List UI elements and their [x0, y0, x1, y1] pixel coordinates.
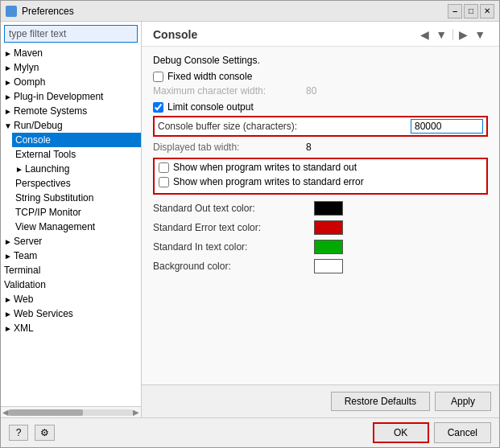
panel-title: Console — [153, 28, 197, 41]
fixed-width-row: Fixed width console — [153, 71, 488, 82]
main-content-area: ►Maven ►Mylyn ►Oomph ►Plug-in Developmen… — [1, 22, 499, 417]
std-in-color-label: Standard In text color: — [153, 241, 314, 253]
bg-color-label: Background color: — [153, 261, 314, 272]
apply-button[interactable]: Apply — [435, 392, 491, 411]
sidebar-item-team[interactable]: ►Team — [1, 249, 141, 263]
bg-color-box[interactable] — [314, 259, 343, 273]
sidebar-item-console[interactable]: Console — [12, 133, 141, 147]
title-bar-left: Preferences — [6, 6, 74, 17]
minimize-button[interactable]: ‒ — [448, 4, 462, 18]
std-out-color-row: Standard Out text color: — [153, 201, 488, 216]
fixed-width-checkbox[interactable] — [153, 72, 163, 82]
sidebar-item-validation[interactable]: Validation — [1, 277, 141, 292]
filter-input[interactable] — [4, 25, 138, 43]
sidebar-item-mylyn[interactable]: ►Mylyn — [1, 60, 141, 75]
sidebar-item-terminal[interactable]: Terminal — [1, 263, 141, 277]
restore-defaults-button[interactable]: Restore Defaults — [331, 392, 430, 411]
maximize-button[interactable]: □ — [464, 4, 478, 18]
sidebar-item-plugin-dev[interactable]: ►Plug-in Development — [1, 89, 141, 104]
sidebar-item-web-services[interactable]: ►Web Services — [1, 306, 141, 321]
buffer-size-label: Console buffer size (characters): — [158, 121, 411, 132]
std-out-row: Show when program writes to standard out — [159, 162, 482, 173]
bottom-left: ? ⚙ — [9, 425, 55, 441]
std-in-color-row: Standard In text color: — [153, 240, 488, 254]
nav-dropdown-2[interactable]: ▼ — [472, 27, 488, 43]
right-panel: Console ◀ ▼ ▶ ▼ Debug Console Settings. … — [142, 22, 499, 417]
tab-width-row: Displayed tab width: 8 — [153, 142, 488, 153]
std-err-color-row: Standard Error text color: — [153, 220, 488, 235]
footer: Restore Defaults Apply — [142, 384, 499, 417]
sidebar-item-launching[interactable]: ►Launching — [12, 162, 141, 176]
std-err-label: Show when program writes to standard err… — [173, 176, 364, 187]
sidebar-item-run-debug[interactable]: ▼Run/Debug — [1, 118, 141, 133]
sidebar-item-tcp-ip[interactable]: TCP/IP Monitor — [12, 205, 141, 220]
debug-settings-label: Debug Console Settings. — [153, 55, 260, 66]
limit-output-label: Limit console output — [167, 101, 254, 113]
bottom-right: OK Cancel — [373, 422, 491, 443]
window-title: Preferences — [22, 6, 74, 17]
std-out-color-box[interactable] — [314, 201, 343, 216]
window-icon — [6, 6, 17, 17]
scrollbar-thumb[interactable] — [9, 409, 83, 416]
sidebar-item-maven[interactable]: ►Maven — [1, 46, 141, 60]
scrollbar-track[interactable] — [9, 409, 133, 416]
sidebar-item-external-tools[interactable]: External Tools — [12, 147, 141, 162]
std-err-color-box[interactable] — [314, 220, 343, 235]
ok-button[interactable]: OK — [373, 422, 429, 443]
sidebar-item-web[interactable]: ►Web — [1, 292, 141, 306]
max-char-label: Maximum character width: — [153, 85, 298, 97]
nav-dropdown-1[interactable]: ▼ — [433, 27, 449, 43]
close-button[interactable]: ✕ — [480, 4, 494, 18]
sidebar-item-view-mgmt[interactable]: View Management — [12, 220, 141, 234]
preferences-window: Preferences ‒ □ ✕ ►Maven ►Mylyn ►Oomph ►… — [0, 0, 500, 448]
back-button[interactable]: ◀ — [418, 27, 432, 43]
nav-separator — [452, 29, 453, 40]
panel-content: Debug Console Settings. Fixed width cons… — [142, 47, 499, 384]
title-bar: Preferences ‒ □ ✕ — [1, 1, 499, 22]
std-out-label: Show when program writes to standard out — [173, 162, 357, 173]
bottom-bar: ? ⚙ OK Cancel — [1, 417, 499, 447]
std-in-color-box[interactable] — [314, 240, 343, 254]
tab-width-value: 8 — [306, 142, 312, 153]
std-checkboxes-group: Show when program writes to standard out… — [153, 158, 488, 195]
buffer-size-input[interactable] — [411, 119, 483, 134]
tab-width-label: Displayed tab width: — [153, 142, 298, 153]
std-err-row: Show when program writes to standard err… — [159, 176, 482, 187]
cancel-button[interactable]: Cancel — [434, 422, 491, 443]
config-button[interactable]: ⚙ — [35, 425, 55, 441]
nav-controls: ◀ ▼ ▶ ▼ — [418, 27, 488, 43]
buffer-size-row: Console buffer size (characters): — [153, 116, 488, 137]
bg-color-row: Background color: — [153, 259, 488, 273]
limit-output-checkbox[interactable] — [153, 102, 163, 113]
sidebar-item-server[interactable]: ►Server — [1, 234, 141, 249]
limit-output-row: Limit console output — [153, 101, 488, 113]
sidebar-item-string-sub[interactable]: String Substitution — [12, 191, 141, 205]
max-char-row: Maximum character width: 80 — [153, 85, 488, 97]
sidebar: ►Maven ►Mylyn ►Oomph ►Plug-in Developmen… — [1, 22, 142, 417]
forward-button[interactable]: ▶ — [457, 27, 470, 43]
fixed-width-label: Fixed width console — [167, 71, 252, 82]
std-err-checkbox[interactable] — [159, 177, 169, 187]
sidebar-item-oomph[interactable]: ►Oomph — [1, 75, 141, 89]
std-out-color-label: Standard Out text color: — [153, 203, 314, 214]
std-out-checkbox[interactable] — [159, 162, 169, 173]
sidebar-item-remote-systems[interactable]: ►Remote Systems — [1, 104, 141, 118]
debug-settings-label-row: Debug Console Settings. — [153, 55, 488, 66]
title-controls: ‒ □ ✕ — [448, 4, 494, 18]
help-button[interactable]: ? — [9, 425, 28, 441]
horizontal-scrollbar[interactable]: ◀ ▶ — [1, 406, 141, 417]
max-char-value: 80 — [306, 85, 316, 97]
sidebar-item-perspectives[interactable]: Perspectives — [12, 176, 141, 191]
tree: ►Maven ►Mylyn ►Oomph ►Plug-in Developmen… — [1, 46, 141, 406]
sidebar-item-xml[interactable]: ►XML — [1, 321, 141, 335]
run-debug-children: Console External Tools ►Launching Perspe… — [1, 133, 141, 234]
std-err-color-label: Standard Error text color: — [153, 222, 314, 233]
